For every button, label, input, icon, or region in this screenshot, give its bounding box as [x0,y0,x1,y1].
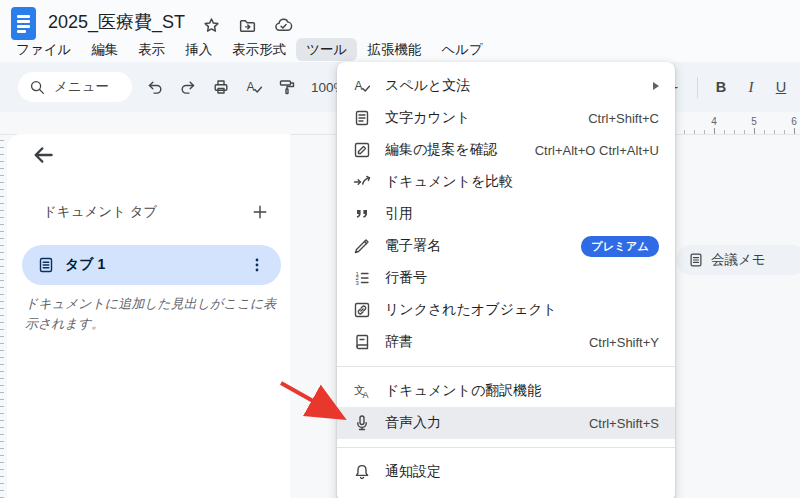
menu-item-label: 通知設定 [385,463,659,481]
redo-button[interactable] [173,73,202,101]
compare-documents-icon [353,173,371,191]
menu-item-label: 行番号 [385,269,659,287]
menubar-item-tools[interactable]: ツール [296,38,357,61]
tab-document-icon [37,256,55,274]
citations-icon [353,205,371,223]
menu-item-label: 音声入力 [385,414,575,432]
move-folder-icon[interactable] [238,16,257,35]
menubar-item-insert[interactable]: 挿入 [175,38,222,61]
paint-roller-icon [278,78,296,96]
meeting-notes-doc-icon [688,252,704,268]
paint-format-button[interactable] [272,73,301,101]
spellcheck-button[interactable]: A [239,73,268,101]
menubar: ファイル編集表示挿入表示形式ツール拡張機能ヘルプ [6,38,493,61]
menubar-item-edit[interactable]: 編集 [81,38,128,61]
toolbar-divider [697,77,698,98]
plus-icon [252,204,268,220]
ruler-number: 6 [791,116,797,127]
italic-button[interactable]: I [738,79,764,96]
menu-item-shortcut: Ctrl+Shift+Y [589,335,659,350]
title-actions [202,16,293,35]
underline-button[interactable]: U [768,79,794,95]
close-sidebar-button[interactable] [31,143,55,167]
google-docs-logo[interactable] [11,7,36,40]
ruler-number: 5 [751,116,757,127]
spellcheck-icon: A [353,77,371,95]
menu-item-dictionary[interactable]: 辞書Ctrl+Shift+Y [337,326,675,358]
document-tabs-sidebar: ドキュメント タブ タブ 1 ドキュメントに追加した見出しがここに表示されます。 [7,134,290,498]
menu-item-esignature[interactable]: 電子署名プレミアム [337,230,675,262]
print-button[interactable] [206,73,235,101]
tools-menu: Aスペルと文法文字カウントCtrl+Shift+C編集の提案を確認Ctrl+Al… [337,62,675,498]
menu-item-shortcut: Ctrl+Alt+O Ctrl+Alt+U [535,143,659,158]
print-icon [212,78,230,96]
word-count-icon [353,109,371,127]
add-tab-button[interactable] [248,200,272,224]
menu-item-line-numbers[interactable]: 123行番号 [337,262,675,294]
menu-divider [337,447,675,448]
search-menus-button[interactable]: メニュー [18,72,132,102]
undo-icon [146,78,164,96]
menubar-item-format[interactable]: 表示形式 [222,38,296,61]
menu-item-compare-documents[interactable]: ドキュメントを比較 [337,166,675,198]
menu-item-label: 辞書 [385,333,575,351]
google-docs-window: { "header": { "doc_title": "2025_医療費_ST"… [0,0,800,498]
menu-item-linked-objects[interactable]: リンクされたオブジェクト [337,294,675,326]
svg-text:A: A [355,79,363,93]
menu-item-label: 引用 [385,205,659,223]
menu-item-label: 電子署名 [385,237,567,255]
meeting-notes-button[interactable]: 会議メモ [676,245,800,275]
menu-item-spellcheck[interactable]: Aスペルと文法 [337,70,675,102]
cloud-status-icon[interactable] [274,16,293,35]
star-icon[interactable] [202,16,221,35]
bold-button[interactable]: B [708,79,734,95]
menubar-item-help[interactable]: ヘルプ [431,38,492,61]
search-menus-label: メニュー [54,78,109,96]
ruler-number: 4 [711,116,717,127]
menu-item-label: 文字カウント [385,109,574,127]
linked-objects-icon [353,301,371,319]
menu-item-label: リンクされたオブジェクト [385,301,659,319]
menu-item-shortcut: Ctrl+Shift+S [589,416,659,431]
meeting-notes-label: 会議メモ [711,251,766,269]
esignature-icon [353,237,371,255]
vertical-ruler [0,140,5,498]
menu-item-label: スペルと文法 [385,77,639,95]
spellcheck-icon: A [245,78,263,96]
tab-item-selected[interactable]: タブ 1 [22,245,281,285]
document-title[interactable]: 2025_医療費_ST [48,10,185,34]
svg-text:A: A [363,390,369,400]
menu-item-citations[interactable]: 引用 [337,198,675,230]
translate-icon: 文A [353,382,371,400]
menubar-item-extensions[interactable]: 拡張機能 [357,38,431,61]
menu-item-label: ドキュメントの翻訳機能 [385,382,659,400]
menubar-item-file[interactable]: ファイル [6,38,81,61]
svg-text:A: A [246,80,254,94]
review-suggestions-icon [353,141,371,159]
menu-item-microphone[interactable]: 音声入力Ctrl+Shift+S [337,407,675,439]
search-icon [29,79,46,96]
svg-text:3: 3 [356,280,360,286]
menu-item-translate[interactable]: 文Aドキュメントの翻訳機能 [337,375,675,407]
redo-icon [179,78,197,96]
menu-item-label: 編集の提案を確認 [385,141,521,159]
sidebar-title: ドキュメント タブ [43,203,157,221]
dictionary-icon [353,333,371,351]
chevron-right-icon [653,82,659,90]
bell-icon [353,463,371,481]
menu-item-label: ドキュメントを比較 [385,173,659,191]
menu-item-shortcut: Ctrl+Shift+C [588,111,659,126]
menu-item-bell[interactable]: 通知設定 [337,456,675,488]
tab-label: タブ 1 [65,256,238,274]
menu-item-word-count[interactable]: 文字カウントCtrl+Shift+C [337,102,675,134]
app-header: 2025_医療費_ST ファイル編集表示挿入表示形式ツール拡張機能ヘルプ [0,0,800,62]
line-numbers-icon: 123 [353,269,371,287]
ruler-numbers: 456 [676,112,800,134]
microphone-icon [353,414,371,432]
menu-item-review-suggestions[interactable]: 編集の提案を確認Ctrl+Alt+O Ctrl+Alt+U [337,134,675,166]
undo-button[interactable] [140,73,169,101]
menu-divider [337,366,675,367]
premium-badge: プレミアム [581,236,659,257]
menubar-item-view[interactable]: 表示 [128,38,175,61]
tab-options-kebab-icon[interactable] [248,256,266,274]
